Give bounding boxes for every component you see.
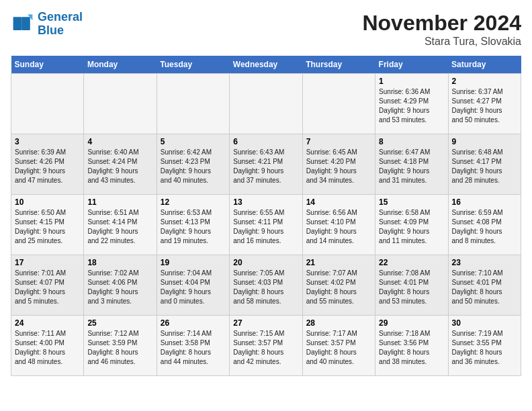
day-number: 12	[161, 197, 226, 207]
day-info: Sunrise: 7:15 AM Sunset: 3:57 PM Dayligh…	[233, 329, 298, 367]
day-number: 21	[306, 258, 371, 267]
logo-text: General Blue	[38, 11, 83, 38]
calendar-cell: 28Sunrise: 7:17 AM Sunset: 3:57 PM Dayli…	[302, 316, 375, 376]
calendar-cell: 1Sunrise: 6:36 AM Sunset: 4:29 PM Daylig…	[375, 74, 448, 134]
calendar-cell: 24Sunrise: 7:11 AM Sunset: 4:00 PM Dayli…	[11, 316, 84, 376]
day-info: Sunrise: 7:02 AM Sunset: 4:06 PM Dayligh…	[87, 269, 152, 306]
day-number: 13	[233, 197, 298, 207]
day-info: Sunrise: 7:10 AM Sunset: 4:01 PM Dayligh…	[452, 269, 517, 306]
calendar-cell: 21Sunrise: 7:07 AM Sunset: 4:02 PM Dayli…	[302, 255, 375, 316]
calendar-cell	[302, 74, 375, 134]
calendar-cell: 3Sunrise: 6:39 AM Sunset: 4:26 PM Daylig…	[11, 134, 84, 195]
day-info: Sunrise: 7:01 AM Sunset: 4:07 PM Dayligh…	[15, 269, 80, 306]
calendar-cell: 9Sunrise: 6:48 AM Sunset: 4:17 PM Daylig…	[448, 134, 521, 195]
day-number: 17	[15, 258, 80, 267]
day-number: 2	[452, 77, 517, 86]
day-number: 3	[15, 137, 80, 146]
day-number: 6	[233, 137, 298, 146]
day-number: 18	[87, 258, 152, 267]
calendar-cell: 14Sunrise: 6:56 AM Sunset: 4:10 PM Dayli…	[302, 195, 375, 255]
title-block: November 2024 Stara Tura, Slovakia	[362, 11, 521, 48]
subtitle: Stara Tura, Slovakia	[362, 36, 521, 48]
calendar-cell: 16Sunrise: 6:59 AM Sunset: 4:08 PM Dayli…	[448, 195, 521, 255]
day-info: Sunrise: 6:39 AM Sunset: 4:26 PM Dayligh…	[15, 148, 80, 185]
day-number: 20	[233, 258, 298, 267]
logo: General Blue	[11, 11, 83, 38]
day-number: 8	[379, 137, 444, 146]
week-row-4: 17Sunrise: 7:01 AM Sunset: 4:07 PM Dayli…	[11, 255, 521, 316]
day-number: 5	[161, 137, 226, 146]
day-info: Sunrise: 7:18 AM Sunset: 3:56 PM Dayligh…	[379, 329, 444, 367]
calendar-cell: 8Sunrise: 6:47 AM Sunset: 4:18 PM Daylig…	[375, 134, 448, 195]
day-info: Sunrise: 6:58 AM Sunset: 4:09 PM Dayligh…	[379, 208, 444, 246]
column-header-monday: Monday	[84, 56, 157, 74]
day-number: 16	[452, 197, 517, 207]
day-info: Sunrise: 7:17 AM Sunset: 3:57 PM Dayligh…	[306, 329, 371, 367]
column-header-friday: Friday	[375, 56, 448, 74]
calendar-cell: 27Sunrise: 7:15 AM Sunset: 3:57 PM Dayli…	[230, 316, 302, 376]
column-header-saturday: Saturday	[448, 56, 521, 74]
week-row-5: 24Sunrise: 7:11 AM Sunset: 4:00 PM Dayli…	[11, 316, 521, 376]
day-number: 22	[379, 258, 444, 267]
calendar-cell: 20Sunrise: 7:05 AM Sunset: 4:03 PM Dayli…	[230, 255, 302, 316]
week-row-3: 10Sunrise: 6:50 AM Sunset: 4:15 PM Dayli…	[11, 195, 521, 255]
calendar-cell: 17Sunrise: 7:01 AM Sunset: 4:07 PM Dayli…	[11, 255, 84, 316]
calendar-cell: 5Sunrise: 6:42 AM Sunset: 4:23 PM Daylig…	[157, 134, 229, 195]
day-info: Sunrise: 7:11 AM Sunset: 4:00 PM Dayligh…	[15, 329, 80, 367]
calendar-cell: 22Sunrise: 7:08 AM Sunset: 4:01 PM Dayli…	[375, 255, 448, 316]
day-number: 25	[87, 318, 152, 328]
page-header: General Blue November 2024 Stara Tura, S…	[11, 11, 521, 48]
day-info: Sunrise: 7:07 AM Sunset: 4:02 PM Dayligh…	[306, 269, 371, 306]
day-info: Sunrise: 7:14 AM Sunset: 3:58 PM Dayligh…	[161, 329, 226, 367]
calendar-cell: 18Sunrise: 7:02 AM Sunset: 4:06 PM Dayli…	[84, 255, 157, 316]
svg-rect-0	[13, 17, 22, 30]
column-header-sunday: Sunday	[11, 56, 84, 74]
day-number: 28	[306, 318, 371, 328]
logo-icon	[11, 12, 35, 36]
day-info: Sunrise: 6:37 AM Sunset: 4:27 PM Dayligh…	[452, 87, 517, 125]
day-info: Sunrise: 7:05 AM Sunset: 4:03 PM Dayligh…	[233, 269, 298, 306]
main-title: November 2024	[362, 11, 521, 36]
day-number: 14	[306, 197, 371, 207]
column-header-wednesday: Wednesday	[230, 56, 302, 74]
calendar-cell: 2Sunrise: 6:37 AM Sunset: 4:27 PM Daylig…	[448, 74, 521, 134]
day-info: Sunrise: 6:50 AM Sunset: 4:15 PM Dayligh…	[15, 208, 80, 246]
calendar-table: SundayMondayTuesdayWednesdayThursdayFrid…	[11, 56, 521, 376]
day-number: 26	[161, 318, 226, 328]
day-number: 29	[379, 318, 444, 328]
day-number: 1	[379, 77, 444, 86]
day-info: Sunrise: 6:42 AM Sunset: 4:23 PM Dayligh…	[161, 148, 226, 185]
calendar-cell: 25Sunrise: 7:12 AM Sunset: 3:59 PM Dayli…	[84, 316, 157, 376]
week-row-2: 3Sunrise: 6:39 AM Sunset: 4:26 PM Daylig…	[11, 134, 521, 195]
day-info: Sunrise: 6:48 AM Sunset: 4:17 PM Dayligh…	[452, 148, 517, 185]
calendar-cell: 29Sunrise: 7:18 AM Sunset: 3:56 PM Dayli…	[375, 316, 448, 376]
header-row: SundayMondayTuesdayWednesdayThursdayFrid…	[11, 56, 521, 74]
calendar-cell: 7Sunrise: 6:45 AM Sunset: 4:20 PM Daylig…	[302, 134, 375, 195]
calendar-cell: 10Sunrise: 6:50 AM Sunset: 4:15 PM Dayli…	[11, 195, 84, 255]
calendar-cell: 11Sunrise: 6:51 AM Sunset: 4:14 PM Dayli…	[84, 195, 157, 255]
day-number: 30	[452, 318, 517, 328]
day-number: 7	[306, 137, 371, 146]
calendar-cell	[157, 74, 229, 134]
day-number: 24	[15, 318, 80, 328]
day-info: Sunrise: 6:45 AM Sunset: 4:20 PM Dayligh…	[306, 148, 371, 185]
day-info: Sunrise: 6:51 AM Sunset: 4:14 PM Dayligh…	[87, 208, 152, 246]
calendar-cell	[11, 74, 84, 134]
day-info: Sunrise: 6:55 AM Sunset: 4:11 PM Dayligh…	[233, 208, 298, 246]
day-info: Sunrise: 6:47 AM Sunset: 4:18 PM Dayligh…	[379, 148, 444, 185]
day-info: Sunrise: 6:40 AM Sunset: 4:24 PM Dayligh…	[87, 148, 152, 185]
day-number: 27	[233, 318, 298, 328]
svg-rect-1	[21, 17, 30, 30]
week-row-1: 1Sunrise: 6:36 AM Sunset: 4:29 PM Daylig…	[11, 74, 521, 134]
calendar-cell: 12Sunrise: 6:53 AM Sunset: 4:13 PM Dayli…	[157, 195, 229, 255]
day-number: 9	[452, 137, 517, 146]
day-info: Sunrise: 6:36 AM Sunset: 4:29 PM Dayligh…	[379, 87, 444, 125]
day-info: Sunrise: 6:59 AM Sunset: 4:08 PM Dayligh…	[452, 208, 517, 246]
day-info: Sunrise: 6:56 AM Sunset: 4:10 PM Dayligh…	[306, 208, 371, 246]
day-number: 19	[161, 258, 226, 267]
day-info: Sunrise: 7:12 AM Sunset: 3:59 PM Dayligh…	[87, 329, 152, 367]
column-header-thursday: Thursday	[302, 56, 375, 74]
day-info: Sunrise: 6:43 AM Sunset: 4:21 PM Dayligh…	[233, 148, 298, 185]
calendar-cell: 23Sunrise: 7:10 AM Sunset: 4:01 PM Dayli…	[448, 255, 521, 316]
calendar-cell: 26Sunrise: 7:14 AM Sunset: 3:58 PM Dayli…	[157, 316, 229, 376]
